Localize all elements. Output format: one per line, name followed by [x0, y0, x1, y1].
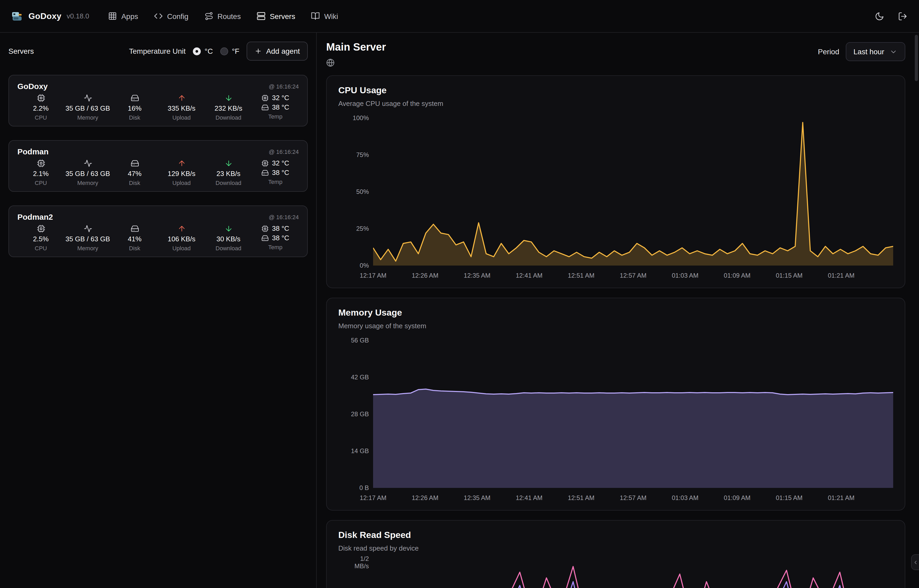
server-card[interactable]: GoDoxy @ 16:16:24 2.2% CPU 35 GB / 63 GB… [8, 75, 308, 126]
server-name: GoDoxy [18, 82, 48, 90]
activity-icon [84, 159, 92, 168]
x-axis-tick: 12:35 AM [464, 494, 490, 502]
temp-stat: 32 °C 38 °C Temp [252, 94, 299, 120]
disk-temp-value: 38 °C [272, 103, 289, 111]
x-axis: 12:17 AM12:26 AM12:35 AM12:41 AM12:51 AM… [373, 494, 893, 502]
disk-value: 16% [128, 104, 142, 112]
x-axis-tick: 01:15 AM [776, 494, 802, 502]
top-navbar: GoDoxy v0.18.0 Apps Config Routes Serve [0, 0, 919, 33]
temperature-unit-group: Temperature Unit °C °F Add agent [129, 42, 308, 61]
x-axis-tick: 12:51 AM [568, 494, 594, 502]
disk-temp-row: 38 °C [262, 169, 289, 176]
cpu-temp-value: 32 °C [272, 94, 289, 102]
hard-drive-icon [262, 103, 269, 111]
nav-label: Apps [121, 12, 138, 20]
y-axis: 1/2 MB/s [338, 563, 369, 588]
period-select[interactable]: Last hour [845, 42, 905, 61]
server-name: Podman2 [18, 212, 53, 221]
nav-item-config[interactable]: Config [154, 11, 188, 21]
nav-label: Routes [217, 12, 241, 20]
memory-usage-chart: 56 GB42 GB28 GB14 GB0 B [338, 340, 893, 488]
memory-stat: 35 GB / 63 GB Memory [64, 94, 111, 121]
chevron-left-icon [913, 559, 918, 565]
memory-value: 35 GB / 63 GB [65, 170, 110, 178]
memory-stat: 35 GB / 63 GB Memory [64, 225, 111, 251]
nav-item-apps[interactable]: Apps [108, 11, 138, 21]
y-axis: 100%75%50%25%0% [338, 118, 369, 265]
server-timestamp: @ 16:16:24 [269, 83, 299, 90]
period-value: Last hour [853, 47, 884, 56]
server-timestamp: @ 16:16:24 [269, 214, 299, 220]
globe-icon [326, 58, 334, 67]
download-stat: 30 KB/s Download [205, 225, 252, 251]
radio-label: °C [205, 47, 213, 55]
moon-icon[interactable] [875, 11, 884, 21]
cpu-temp-row: 32 °C [262, 94, 289, 102]
memory-value: 35 GB / 63 GB [65, 104, 110, 112]
x-axis-tick: 12:57 AM [620, 494, 646, 502]
scrollbar-thumb[interactable] [915, 35, 918, 81]
cpu-stat: 2.1% CPU [18, 159, 64, 186]
x-axis-tick: 01:03 AM [672, 272, 698, 279]
disk-label: Disk [129, 180, 141, 186]
chart-title: CPU Usage [338, 86, 893, 96]
temp-unit-fahrenheit[interactable]: °F [220, 47, 239, 55]
cpu-value: 2.2% [33, 104, 48, 112]
disk-stat: 47% Disk [111, 159, 158, 186]
server-stats: 2.5% CPU 35 GB / 63 GB Memory 41% Disk 1… [18, 225, 299, 251]
upload-value: 106 KB/s [168, 235, 195, 243]
book-icon [311, 11, 320, 21]
download-value: 232 KB/s [215, 104, 242, 112]
server-card[interactable]: Podman2 @ 16:16:24 2.5% CPU 35 GB / 63 G… [8, 205, 308, 257]
server-card[interactable]: Podman @ 16:16:24 2.1% CPU 35 GB / 63 GB… [8, 140, 308, 192]
temperature-unit-label: Temperature Unit [129, 47, 186, 55]
cpu-temp-row: 32 °C [262, 159, 289, 167]
x-axis-tick: 01:09 AM [724, 272, 750, 279]
arrow-down-icon [224, 94, 233, 102]
memory-usage-card: Memory Usage Memory usage of the system … [326, 298, 905, 510]
cpu-chip-icon [37, 159, 45, 168]
y-axis-tick: 42 GB [351, 373, 369, 381]
download-label: Download [215, 245, 241, 251]
cpu-value: 2.5% [33, 235, 48, 243]
server-stats: 2.1% CPU 35 GB / 63 GB Memory 47% Disk 1… [18, 159, 299, 186]
download-value: 30 KB/s [216, 235, 240, 243]
server-card-header: GoDoxy @ 16:16:24 [18, 82, 299, 90]
cpu-usage-chart: 100%75%50%25%0% [338, 118, 893, 265]
x-axis: 12:17 AM12:26 AM12:35 AM12:41 AM12:51 AM… [373, 272, 893, 280]
cpu-usage-card: CPU Usage Average CPU usage of the syste… [326, 75, 905, 288]
disk-temp-row: 38 °C [262, 103, 289, 111]
disk-read-speed-chart: 1/2 MB/s [338, 563, 893, 588]
disk-read-speed-card: Disk Read Speed Disk read speed by devic… [326, 520, 905, 588]
collapse-panel-handle[interactable] [911, 554, 919, 570]
y-axis-tick: 0% [360, 262, 369, 270]
nav-label: Wiki [324, 12, 338, 20]
cpu-value: 2.1% [33, 170, 48, 178]
app-root: GoDoxy v0.18.0 Apps Config Routes Serve [0, 0, 919, 588]
nav-item-wiki[interactable]: Wiki [311, 11, 338, 21]
hard-drive-icon [131, 94, 139, 102]
chart-title: Disk Read Speed [338, 530, 893, 541]
x-axis-tick: 12:17 AM [360, 272, 386, 279]
add-agent-button[interactable]: Add agent [247, 42, 308, 61]
cpu-chip-icon [37, 225, 45, 233]
temp-stat: 38 °C 38 °C Temp [252, 225, 299, 250]
chart-subtitle: Memory usage of the system [338, 322, 893, 330]
nav-item-routes[interactable]: Routes [204, 11, 241, 21]
cpu-temp-value: 32 °C [272, 159, 289, 167]
chart-plot-area [373, 563, 893, 588]
cpu-label: CPU [35, 245, 47, 251]
temp-unit-celsius[interactable]: °C [193, 47, 213, 55]
arrow-down-icon [224, 159, 233, 168]
server-icon [257, 11, 266, 21]
x-axis-tick: 01:21 AM [828, 494, 854, 502]
logout-icon[interactable] [898, 11, 908, 21]
y-axis-tick: 1/2 MB/s [354, 555, 369, 570]
disk-temp-value: 38 °C [272, 234, 289, 242]
disk-temp-value: 38 °C [272, 169, 289, 176]
hard-drive-icon [131, 159, 139, 168]
download-value: 23 KB/s [216, 170, 240, 178]
chart-subtitle: Disk read speed by device [338, 544, 893, 552]
chart-title: Memory Usage [338, 308, 893, 318]
nav-item-servers[interactable]: Servers [257, 11, 295, 21]
